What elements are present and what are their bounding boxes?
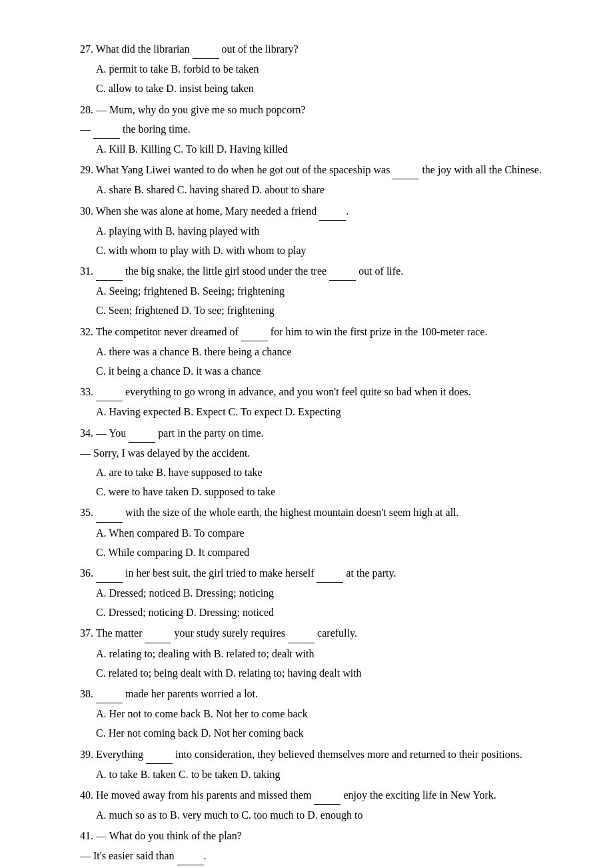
question-text: 27. What did the librarian out of the li…	[80, 40, 560, 59]
options-row: A. to take B. taken C. to be taken D. ta…	[96, 765, 560, 783]
options-row: C. Seen; frightened D. To see; frighteni…	[96, 301, 560, 319]
options-row: C. Dressed; noticing D. Dressing; notice…	[96, 603, 560, 621]
question-sub-text: — It's easier said than .	[80, 847, 560, 865]
question-block: 33. everything to go wrong in advance, a…	[80, 383, 560, 421]
options-row: C. with whom to play with D. with whom t…	[96, 241, 560, 259]
question-text: 40. He moved away from his parents and m…	[80, 786, 560, 805]
question-block: 39. Everything into consideration, they …	[80, 745, 560, 783]
question-block: 28. — Mum, why do you give me so much po…	[80, 101, 560, 159]
options-row: A. permit to take B. forbid to be taken	[96, 60, 560, 78]
question-block: 36. in her best suit, the girl tried to …	[80, 564, 560, 622]
question-block: 32. The competitor never dreamed of for …	[80, 323, 560, 381]
question-text: 39. Everything into consideration, they …	[80, 745, 560, 764]
options-row: A. are to take B. have supposed to take	[96, 463, 560, 481]
blank	[329, 262, 356, 281]
question-block: 30. When she was alone at home, Mary nee…	[80, 202, 560, 260]
blank	[96, 383, 123, 401]
blank	[96, 564, 123, 583]
options-row: A. playing with B. having played with	[96, 222, 560, 240]
question-block: 40. He moved away from his parents and m…	[80, 786, 560, 824]
options-row: A. When compared B. To compare	[96, 524, 560, 542]
blank	[146, 745, 173, 764]
question-block: 41. — What do you think of the plan?— It…	[80, 827, 560, 868]
options-row: C. it being a chance D. it was a chance	[96, 362, 560, 380]
blank	[93, 120, 120, 139]
options-row: A. share B. shared C. having shared D. a…	[96, 181, 560, 199]
question-text: 31. the big snake, the little girl stood…	[80, 262, 560, 281]
question-text: 38. made her parents worried a lot.	[80, 685, 560, 703]
options-row: A. Having expected B. Expect C. To expec…	[96, 403, 560, 421]
options-row: A. much so as to B. very much to C. too …	[96, 806, 560, 824]
question-block: 34. — You part in the party on time.— So…	[80, 424, 560, 501]
blank	[193, 40, 219, 59]
question-text: 30. When she was alone at home, Mary nee…	[80, 202, 560, 221]
blank	[145, 624, 171, 643]
blank	[129, 424, 155, 443]
question-text: 35. with the size of the whole earth, th…	[80, 503, 560, 522]
blank	[96, 503, 123, 522]
options-row: C. Her not coming back D. Not her coming…	[96, 724, 560, 742]
blank	[96, 262, 123, 281]
question-text: 29. What Yang Liwei wanted to do when he…	[80, 161, 560, 179]
question-block: 31. the big snake, the little girl stood…	[80, 262, 560, 320]
blank	[241, 323, 268, 341]
options-row: C. allow to take D. insist being taken	[96, 79, 560, 97]
question-text: 34. — You part in the party on time.	[80, 424, 560, 443]
question-text: 28. — Mum, why do you give me so much po…	[80, 101, 560, 119]
question-block: 37. The matter your study surely require…	[80, 624, 560, 682]
options-row: C. While comparing D. It compared	[96, 543, 560, 561]
blank	[177, 847, 204, 865]
question-block: 38. made her parents worried a lot.A. He…	[80, 685, 560, 743]
question-text: 37. The matter your study surely require…	[80, 624, 560, 643]
question-sub-text: — the boring time.	[80, 120, 560, 139]
options-row: C. related to; being dealt with D. relat…	[96, 664, 560, 682]
blank	[316, 564, 343, 583]
blank	[392, 161, 419, 179]
question-text: 41. — What do you think of the plan?	[80, 827, 560, 845]
options-row: A. relating to; dealing with B. related …	[96, 645, 560, 663]
options-row: A. there was a chance B. there being a c…	[96, 343, 560, 361]
question-sub-text: — Sorry, I was delayed by the accident.	[80, 444, 560, 462]
question-text: 33. everything to go wrong in advance, a…	[80, 383, 560, 401]
question-block: 29. What Yang Liwei wanted to do when he…	[80, 161, 560, 199]
options-row: A. Kill B. Killing C. To kill D. Having …	[96, 140, 560, 158]
question-text: 32. The competitor never dreamed of for …	[80, 323, 560, 341]
question-block: 35. with the size of the whole earth, th…	[80, 503, 560, 561]
options-row: C. were to have taken D. supposed to tak…	[96, 483, 560, 501]
options-row: A. Seeing; frightened B. Seeing; frighte…	[96, 282, 560, 300]
question-text: 36. in her best suit, the girl tried to …	[80, 564, 560, 583]
blank	[314, 786, 340, 805]
options-row: A. Her not to come back B. Not her to co…	[96, 705, 560, 723]
blank	[319, 202, 346, 221]
blank	[288, 624, 314, 643]
options-row: A. Dressed; noticed B. Dressing; noticin…	[96, 584, 560, 602]
question-block: 27. What did the librarian out of the li…	[80, 40, 560, 98]
blank	[96, 685, 123, 703]
